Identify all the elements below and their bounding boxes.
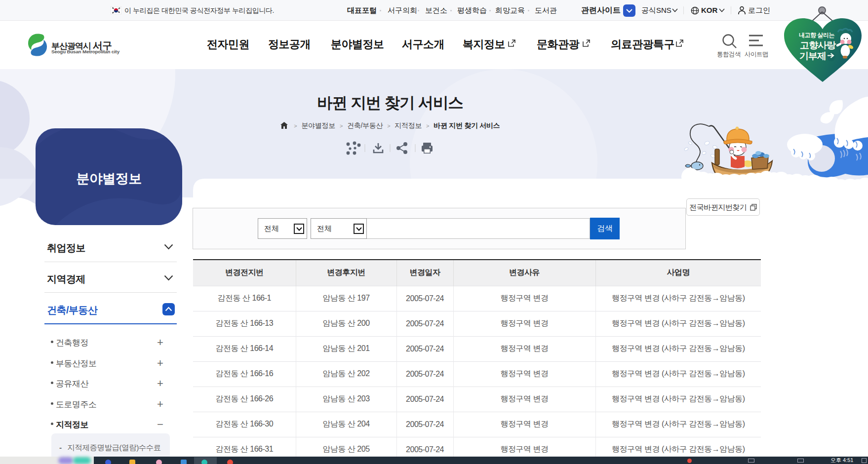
- svg-text:내고향 살리는: 내고향 살리는: [799, 32, 834, 39]
- svg-text:기부제: 기부제: [799, 51, 826, 61]
- svg-text:고향사랑: 고향사랑: [800, 40, 836, 50]
